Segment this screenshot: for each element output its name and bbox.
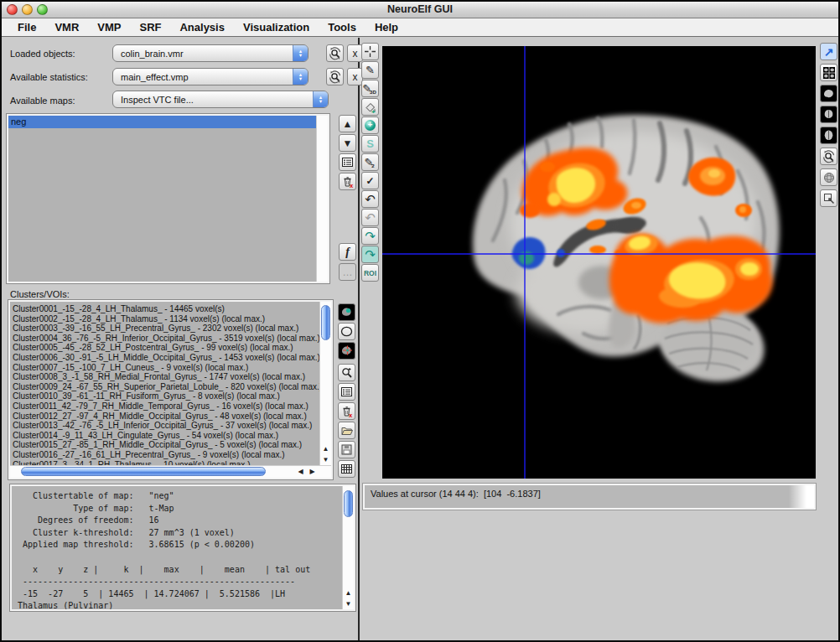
redo-all-button[interactable]: ↷ bbox=[361, 246, 379, 263]
info-vscrollbar[interactable]: ▲ ▼ bbox=[342, 486, 354, 609]
combo-stepper-icon[interactable]: ▲▼ bbox=[293, 44, 309, 62]
expand-arrow-icon: ↗ bbox=[824, 45, 834, 59]
cluster-row[interactable]: Cluster0015_27_-85_1_RH_Middle_Occipital… bbox=[10, 440, 319, 450]
map-move-up-button[interactable]: ▲ bbox=[339, 115, 356, 132]
maps-list-item-neg[interactable]: neg bbox=[8, 116, 316, 128]
properties-icon bbox=[340, 386, 353, 398]
cluster-row[interactable]: Cluster0004_36_-76_-5_RH_Inferior_Occipi… bbox=[10, 334, 319, 344]
maps-list[interactable]: neg bbox=[7, 114, 329, 283]
scroll-down-arrow-icon[interactable]: ▼ bbox=[320, 454, 331, 465]
clusters-list-body[interactable]: Cluster0001_-15_-28_4_LH_Thalamus_ - 144… bbox=[10, 302, 319, 465]
cluster-info-box[interactable]: Clustertable of map: "neg" Type of map: … bbox=[10, 484, 355, 611]
undo-button[interactable]: ↶ bbox=[361, 190, 379, 208]
cluster-row[interactable]: Cluster0008_3_-1_58_RH_Medial_Frontal_Gy… bbox=[10, 372, 319, 382]
combo-stepper-icon[interactable]: ▲▼ bbox=[313, 91, 329, 108]
clusters-list[interactable]: Cluster0001_-15_-28_4_LH_Thalamus_ - 144… bbox=[8, 300, 333, 479]
crosshair-tool-button[interactable] bbox=[361, 43, 379, 60]
browse-statistics-button[interactable] bbox=[326, 68, 344, 85]
map-delete-button[interactable]: x bbox=[339, 173, 356, 190]
roi-button[interactable]: ROI bbox=[361, 264, 379, 282]
loaded-objects-select[interactable]: colin_brain.vmr ▲▼ bbox=[112, 44, 309, 62]
clusters-hscroll-thumb[interactable] bbox=[21, 467, 266, 476]
montage-view-button[interactable] bbox=[820, 64, 837, 81]
sagittal-view-icon bbox=[822, 86, 836, 101]
menu-srf[interactable]: SRF bbox=[130, 21, 170, 34]
pencil-2-tool-button[interactable]: ✎2 bbox=[361, 153, 379, 171]
scroll-left-arrow-icon[interactable]: ◀ bbox=[295, 466, 306, 477]
accept-changes-button[interactable]: ✓ bbox=[361, 172, 379, 189]
map-properties-button[interactable] bbox=[339, 153, 356, 171]
title-bar[interactable]: NeuroElf GUI bbox=[0, 0, 840, 18]
browse-vtc-button[interactable] bbox=[820, 148, 837, 165]
clusters-hscrollbar[interactable]: ◀ ▶ bbox=[10, 465, 331, 478]
maps-list-body[interactable]: neg bbox=[8, 116, 316, 282]
cluster-open-button[interactable] bbox=[338, 422, 355, 439]
map-move-down-button[interactable]: ▼ bbox=[339, 134, 356, 152]
clusters-vscrollbar[interactable]: ▲ ▼ bbox=[319, 302, 331, 465]
cluster-row[interactable]: Cluster0014_-9_11_43_LH_Cingulate_Gyrus_… bbox=[10, 431, 319, 441]
map-formula-button[interactable]: f bbox=[339, 243, 356, 261]
pencil-3d-tool-button[interactable]: ✎3D bbox=[361, 80, 379, 97]
cluster-properties-button[interactable] bbox=[338, 383, 355, 401]
cluster-row[interactable]: Cluster0005_-45_-28_52_LH_Postcentral_Gy… bbox=[10, 343, 319, 353]
menu-vmr[interactable]: VMR bbox=[45, 21, 88, 34]
scroll-down-arrow-icon[interactable]: ▼ bbox=[343, 598, 354, 609]
scroll-up-arrow-icon[interactable]: ▲ bbox=[343, 588, 354, 598]
values-at-cursor-box: Values at cursor (14 44 4): [104 -6.1837… bbox=[363, 484, 816, 510]
minimize-window-button[interactable] bbox=[22, 4, 33, 15]
expand-view-button[interactable]: ↗ bbox=[820, 43, 837, 60]
menu-help[interactable]: Help bbox=[366, 21, 407, 34]
cluster-row[interactable]: Cluster0013_-42_-76_-5_LH_Inferior_Occip… bbox=[10, 421, 319, 431]
pencil-tool-button[interactable]: ✎ bbox=[361, 61, 379, 79]
svg-text:+: + bbox=[371, 107, 376, 114]
menu-visualization[interactable]: Visualization bbox=[234, 21, 319, 34]
sagittal-view-button[interactable] bbox=[820, 85, 837, 102]
cluster-row[interactable]: Cluster0010_39_-61_-11_RH_Fusiform_Gyrus… bbox=[10, 391, 319, 401]
menu-tools[interactable]: Tools bbox=[319, 21, 366, 34]
add-sphere-tool-button[interactable]: + bbox=[361, 116, 379, 134]
cluster-row[interactable]: Cluster0002_-15_-28_4_LH_Thalamus_ - 113… bbox=[10, 314, 319, 324]
cluster-row[interactable]: Cluster0009_24_-67_55_RH_Superior_Pariet… bbox=[10, 382, 319, 392]
combo-stepper-icon[interactable]: ▲▼ bbox=[293, 68, 309, 85]
slice-canvas[interactable] bbox=[382, 46, 816, 479]
coronal-view-button[interactable] bbox=[820, 106, 837, 123]
info-vscroll-thumb[interactable] bbox=[344, 490, 353, 517]
browse-object-button[interactable] bbox=[326, 44, 344, 62]
fill-tool-button[interactable]: + bbox=[361, 98, 379, 116]
menu-file[interactable]: File bbox=[8, 21, 45, 34]
maps-list-scrollbar[interactable] bbox=[316, 116, 328, 282]
dock-window-button[interactable] bbox=[820, 189, 837, 207]
available-statistics-select[interactable]: main_effect.vmp ▲▼ bbox=[112, 68, 309, 85]
cluster-row[interactable]: Cluster0007_-15_-100_7_LH_Cuneus_ - 9 vo… bbox=[10, 363, 319, 373]
svg-text:x: x bbox=[349, 411, 353, 418]
cluster-row[interactable]: Cluster0003_-39_-16_55_LH_Precentral_Gyr… bbox=[10, 324, 319, 334]
available-maps-select[interactable]: Inspect VTC file... ▲▼ bbox=[112, 91, 329, 108]
cluster-zoom-button[interactable] bbox=[338, 364, 355, 381]
cluster-row[interactable]: Cluster0011_42_-79_7_RH_Middle_Temporal_… bbox=[10, 401, 319, 412]
redo-button[interactable]: ↷ bbox=[361, 227, 379, 245]
clusters-vscroll-thumb[interactable] bbox=[321, 305, 330, 340]
cluster-row[interactable]: Cluster0006_-30_-91_-5_LH_Middle_Occipit… bbox=[10, 353, 319, 363]
close-window-button[interactable] bbox=[7, 4, 18, 15]
cluster-show-on-brain-button[interactable] bbox=[338, 303, 355, 321]
available-maps-label: Available maps: bbox=[10, 96, 75, 106]
cluster-save-button[interactable] bbox=[338, 441, 355, 458]
menu-analysis[interactable]: Analysis bbox=[170, 21, 233, 34]
cluster-delete-button[interactable]: x bbox=[338, 402, 355, 420]
ellipse-voi-icon bbox=[340, 324, 354, 339]
formula-icon: f bbox=[345, 246, 350, 259]
render-view-button[interactable] bbox=[820, 168, 837, 186]
axial-view-button[interactable] bbox=[820, 127, 837, 144]
cluster-goto-peak-button[interactable] bbox=[338, 342, 355, 360]
cluster-row[interactable]: Cluster0012_27_-97_4_RH_Middle_Occipital… bbox=[10, 412, 319, 422]
cluster-row[interactable]: Cluster0001_-15_-28_4_LH_Thalamus_ - 144… bbox=[10, 304, 319, 314]
zoom-window-button[interactable] bbox=[37, 4, 48, 15]
cluster-table-button[interactable] bbox=[338, 460, 355, 478]
scroll-up-arrow-icon[interactable]: ▲ bbox=[320, 443, 331, 454]
down-arrow-icon: ▼ bbox=[343, 137, 353, 149]
save-disk-icon bbox=[340, 443, 353, 456]
cluster-ellipse-voi-button[interactable] bbox=[338, 323, 355, 340]
cluster-row[interactable]: Cluster0016_-27_-16_61_LH_Precentral_Gyr… bbox=[10, 450, 319, 460]
scroll-right-arrow-icon[interactable]: ▶ bbox=[307, 466, 318, 477]
menu-vmp[interactable]: VMP bbox=[88, 21, 130, 34]
